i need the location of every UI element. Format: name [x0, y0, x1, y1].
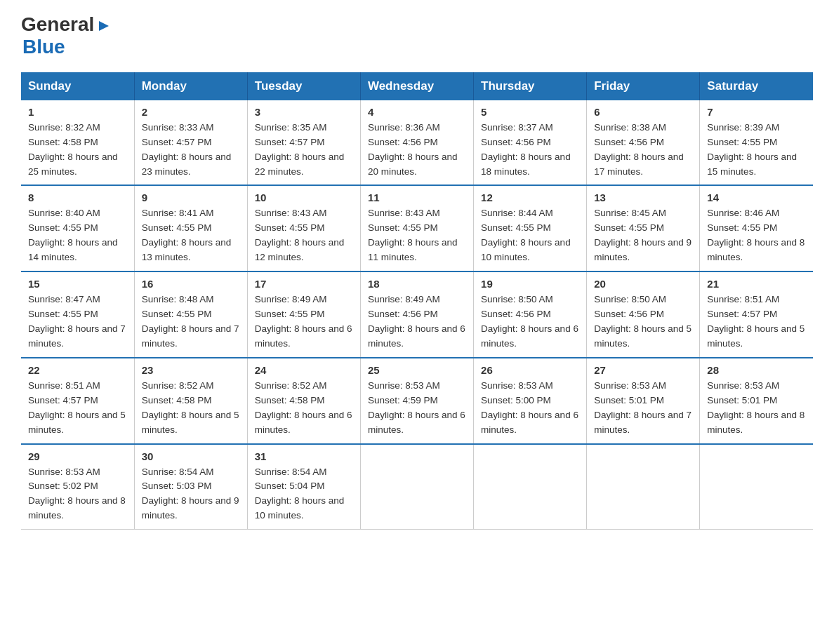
daylight-label: Daylight: 8 hours and 11 minutes. — [368, 237, 458, 262]
sunset-label: Sunset: 4:58 PM — [255, 395, 325, 405]
sunset-label: Sunset: 5:00 PM — [481, 395, 551, 405]
daylight-label: Daylight: 8 hours and 6 minutes. — [481, 410, 578, 435]
sunrise-label: Sunrise: 8:53 AM — [481, 380, 553, 391]
day-info: Sunrise: 8:37 AM Sunset: 4:56 PM Dayligh… — [481, 121, 579, 180]
sunset-label: Sunset: 5:03 PM — [142, 481, 212, 491]
day-number: 29 — [28, 450, 127, 462]
day-info: Sunrise: 8:50 AM Sunset: 4:56 PM Dayligh… — [481, 293, 579, 351]
calendar-cell: 21 Sunrise: 8:51 AM Sunset: 4:57 PM Dayl… — [700, 271, 813, 358]
sunrise-label: Sunrise: 8:33 AM — [142, 122, 214, 133]
calendar-cell: 6 Sunrise: 8:38 AM Sunset: 4:56 PM Dayli… — [587, 100, 700, 186]
daylight-label: Daylight: 8 hours and 14 minutes. — [28, 237, 118, 262]
sunrise-label: Sunrise: 8:45 AM — [594, 208, 666, 218]
calendar-table: SundayMondayTuesdayWednesdayThursdayFrid… — [21, 72, 813, 530]
header-thursday: Thursday — [474, 72, 587, 100]
day-number: 12 — [481, 192, 579, 203]
daylight-label: Daylight: 8 hours and 20 minutes. — [368, 152, 458, 177]
day-info: Sunrise: 8:47 AM Sunset: 4:55 PM Dayligh… — [28, 293, 127, 351]
daylight-label: Daylight: 8 hours and 10 minutes. — [481, 237, 571, 262]
calendar-cell: 29 Sunrise: 8:53 AM Sunset: 5:02 PM Dayl… — [21, 444, 134, 530]
svg-marker-0 — [99, 21, 109, 31]
sunrise-label: Sunrise: 8:53 AM — [707, 380, 779, 391]
calendar-cell: 17 Sunrise: 8:49 AM Sunset: 4:55 PM Dayl… — [247, 271, 360, 358]
calendar-cell — [474, 444, 587, 530]
day-number: 28 — [707, 364, 806, 376]
sunrise-label: Sunrise: 8:43 AM — [255, 208, 327, 218]
day-number: 11 — [368, 192, 466, 203]
sunrise-label: Sunrise: 8:43 AM — [368, 208, 440, 218]
sunrise-label: Sunrise: 8:32 AM — [28, 122, 100, 133]
day-info: Sunrise: 8:54 AM Sunset: 5:04 PM Dayligh… — [255, 465, 353, 524]
header-wednesday: Wednesday — [360, 72, 473, 100]
daylight-label: Daylight: 8 hours and 7 minutes. — [594, 410, 691, 435]
day-number: 20 — [594, 278, 692, 290]
header-friday: Friday — [587, 72, 700, 100]
sunset-label: Sunset: 4:56 PM — [594, 309, 664, 319]
daylight-label: Daylight: 8 hours and 12 minutes. — [255, 237, 345, 262]
sunset-label: Sunset: 4:56 PM — [368, 137, 438, 147]
calendar-cell: 31 Sunrise: 8:54 AM Sunset: 5:04 PM Dayl… — [247, 444, 360, 530]
daylight-label: Daylight: 8 hours and 6 minutes. — [481, 323, 578, 349]
sunrise-label: Sunrise: 8:48 AM — [142, 294, 214, 304]
sunrise-label: Sunrise: 8:44 AM — [481, 208, 553, 218]
day-number: 31 — [255, 450, 353, 462]
calendar-cell — [587, 444, 700, 530]
day-number: 13 — [594, 192, 692, 203]
day-number: 24 — [255, 364, 353, 376]
day-number: 26 — [481, 364, 579, 376]
sunset-label: Sunset: 4:55 PM — [255, 309, 325, 319]
header-saturday: Saturday — [700, 72, 813, 100]
daylight-label: Daylight: 8 hours and 9 minutes. — [594, 237, 691, 262]
day-number: 7 — [707, 106, 806, 118]
calendar-cell: 28 Sunrise: 8:53 AM Sunset: 5:01 PM Dayl… — [700, 358, 813, 444]
day-info: Sunrise: 8:53 AM Sunset: 5:00 PM Dayligh… — [481, 379, 579, 438]
day-info: Sunrise: 8:53 AM Sunset: 5:02 PM Dayligh… — [28, 465, 127, 524]
day-info: Sunrise: 8:36 AM Sunset: 4:56 PM Dayligh… — [368, 121, 466, 180]
daylight-label: Daylight: 8 hours and 8 minutes. — [707, 237, 805, 262]
day-info: Sunrise: 8:40 AM Sunset: 4:55 PM Dayligh… — [28, 206, 127, 265]
day-info: Sunrise: 8:46 AM Sunset: 4:55 PM Dayligh… — [707, 206, 806, 265]
logo-triangle-icon — [96, 18, 112, 34]
sunrise-label: Sunrise: 8:54 AM — [255, 467, 327, 477]
daylight-label: Daylight: 8 hours and 5 minutes. — [142, 410, 239, 435]
sunrise-label: Sunrise: 8:40 AM — [28, 208, 100, 218]
daylight-label: Daylight: 8 hours and 25 minutes. — [28, 152, 118, 177]
week-row-2: 8 Sunrise: 8:40 AM Sunset: 4:55 PM Dayli… — [21, 185, 813, 271]
sunset-label: Sunset: 4:55 PM — [594, 222, 664, 233]
daylight-label: Daylight: 8 hours and 7 minutes. — [28, 323, 126, 349]
week-row-3: 15 Sunrise: 8:47 AM Sunset: 4:55 PM Dayl… — [21, 271, 813, 358]
daylight-label: Daylight: 8 hours and 23 minutes. — [142, 152, 232, 177]
sunrise-label: Sunrise: 8:49 AM — [368, 294, 440, 304]
sunrise-label: Sunrise: 8:50 AM — [481, 294, 553, 304]
calendar-cell: 20 Sunrise: 8:50 AM Sunset: 4:56 PM Dayl… — [587, 271, 700, 358]
daylight-label: Daylight: 8 hours and 6 minutes. — [368, 323, 465, 349]
page-header: General Blue — [21, 14, 813, 58]
day-number: 8 — [28, 192, 127, 203]
day-info: Sunrise: 8:45 AM Sunset: 4:55 PM Dayligh… — [594, 206, 692, 265]
daylight-label: Daylight: 8 hours and 10 minutes. — [255, 495, 345, 521]
sunset-label: Sunset: 4:58 PM — [142, 395, 212, 405]
day-number: 17 — [255, 278, 353, 290]
day-info: Sunrise: 8:38 AM Sunset: 4:56 PM Dayligh… — [594, 121, 692, 180]
day-info: Sunrise: 8:49 AM Sunset: 4:55 PM Dayligh… — [255, 293, 353, 351]
day-info: Sunrise: 8:39 AM Sunset: 4:55 PM Dayligh… — [707, 121, 806, 180]
sunrise-label: Sunrise: 8:38 AM — [594, 122, 666, 133]
daylight-label: Daylight: 8 hours and 6 minutes. — [255, 323, 352, 349]
day-number: 14 — [707, 192, 806, 203]
sunset-label: Sunset: 4:55 PM — [255, 222, 325, 233]
daylight-label: Daylight: 8 hours and 18 minutes. — [481, 152, 571, 177]
sunset-label: Sunset: 4:55 PM — [481, 222, 551, 233]
day-number: 1 — [28, 106, 127, 118]
calendar-cell: 23 Sunrise: 8:52 AM Sunset: 4:58 PM Dayl… — [134, 358, 247, 444]
day-number: 4 — [368, 106, 466, 118]
calendar-cell: 1 Sunrise: 8:32 AM Sunset: 4:58 PM Dayli… — [21, 100, 134, 186]
calendar-cell: 13 Sunrise: 8:45 AM Sunset: 4:55 PM Dayl… — [587, 185, 700, 271]
sunrise-label: Sunrise: 8:52 AM — [142, 380, 214, 391]
day-number: 19 — [481, 278, 579, 290]
calendar-cell — [700, 444, 813, 530]
header-tuesday: Tuesday — [247, 72, 360, 100]
day-info: Sunrise: 8:53 AM Sunset: 5:01 PM Dayligh… — [707, 379, 806, 438]
sunrise-label: Sunrise: 8:35 AM — [255, 122, 327, 133]
sunrise-label: Sunrise: 8:53 AM — [594, 380, 666, 391]
sunset-label: Sunset: 4:57 PM — [28, 395, 98, 405]
